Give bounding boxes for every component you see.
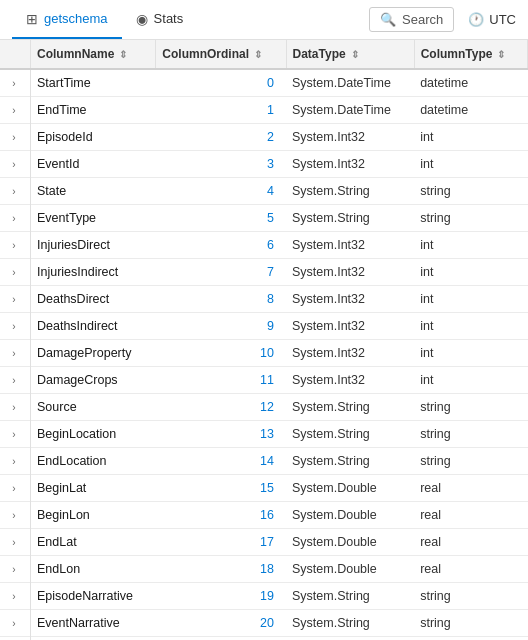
cell-col-type: string (414, 421, 527, 448)
expand-row-button[interactable]: › (6, 426, 22, 442)
cell-col-name: BeginLat (31, 475, 156, 502)
table-row: ›StartTime0System.DateTimedatetime (0, 69, 528, 97)
table-row: ›EventId3System.Int32int (0, 151, 528, 178)
schema-table: ColumnName ⇕ ColumnOrdinal ⇕ DataType ⇕ (0, 40, 528, 640)
cell-col-datatype: System.Int32 (286, 151, 414, 178)
cell-col-datatype: System.Double (286, 556, 414, 583)
cell-col-ordinal: 14 (156, 448, 286, 475)
cell-col-datatype: System.String (286, 421, 414, 448)
expand-row-button[interactable]: › (6, 102, 22, 118)
table-row: ›DamageProperty10System.Int32int (0, 340, 528, 367)
cell-col-type: dynamic (414, 637, 527, 641)
expand-row-button[interactable]: › (6, 399, 22, 415)
cell-col-type: real (414, 475, 527, 502)
table-row: ›BeginLon16System.Doublereal (0, 502, 528, 529)
cell-col-ordinal: 5 (156, 205, 286, 232)
expand-row-button[interactable]: › (6, 561, 22, 577)
table-row: ›EpisodeId2System.Int32int (0, 124, 528, 151)
cell-col-ordinal: 12 (156, 394, 286, 421)
cell-col-datatype: System.Int32 (286, 340, 414, 367)
cell-col-type: real (414, 502, 527, 529)
cell-col-datatype: System.String (286, 394, 414, 421)
cell-col-name: BeginLocation (31, 421, 156, 448)
expand-row-button[interactable]: › (6, 237, 22, 253)
expand-row-button[interactable]: › (6, 156, 22, 172)
cell-col-ordinal: 15 (156, 475, 286, 502)
tab-getschema-label: getschema (44, 11, 108, 26)
cell-col-ordinal: 2 (156, 124, 286, 151)
col-header-ordinal[interactable]: ColumnOrdinal ⇕ (156, 40, 286, 69)
cell-col-name: EventType (31, 205, 156, 232)
table-icon: ⊞ (26, 11, 38, 27)
table-row: ›InjuriesDirect6System.Int32int (0, 232, 528, 259)
sort-icon-name: ⇕ (119, 49, 127, 60)
table-row: ›DeathsIndirect9System.Int32int (0, 313, 528, 340)
table-row: ›EndTime1System.DateTimedatetime (0, 97, 528, 124)
sort-icon-ordinal: ⇕ (254, 49, 262, 60)
tab-stats[interactable]: ◉ Stats (122, 0, 198, 39)
tab-stats-label: Stats (154, 11, 184, 26)
expand-row-button[interactable]: › (6, 183, 22, 199)
cell-col-name: StormSummary (31, 637, 156, 641)
expand-row-button[interactable]: › (6, 318, 22, 334)
table-row: ›EndLat17System.Doublereal (0, 529, 528, 556)
cell-col-type: string (414, 583, 527, 610)
table-row: ›EpisodeNarrative19System.Stringstring (0, 583, 528, 610)
stats-icon: ◉ (136, 11, 148, 27)
cell-col-ordinal: 7 (156, 259, 286, 286)
expand-row-button[interactable]: › (6, 615, 22, 631)
table-row: ›InjuriesIndirect7System.Int32int (0, 259, 528, 286)
expand-row-button[interactable]: › (6, 480, 22, 496)
expand-row-button[interactable]: › (6, 210, 22, 226)
col-header-coltype[interactable]: ColumnType ⇕ (414, 40, 527, 69)
search-icon: 🔍 (380, 12, 396, 27)
table-row: ›Source12System.Stringstring (0, 394, 528, 421)
cell-col-datatype: System.Int32 (286, 124, 414, 151)
expand-row-button[interactable]: › (6, 75, 22, 91)
col-header-name[interactable]: ColumnName ⇕ (31, 40, 156, 69)
cell-col-datatype: System.DateTime (286, 69, 414, 97)
cell-col-ordinal: 10 (156, 340, 286, 367)
table-row: ›State4System.Stringstring (0, 178, 528, 205)
expand-row-button[interactable]: › (6, 507, 22, 523)
expand-row-button[interactable]: › (6, 453, 22, 469)
cell-col-name: EventNarrative (31, 610, 156, 637)
cell-col-datatype: System.String (286, 610, 414, 637)
expand-row-button[interactable]: › (6, 588, 22, 604)
expand-row-button[interactable]: › (6, 264, 22, 280)
cell-col-ordinal: 13 (156, 421, 286, 448)
cell-col-ordinal: 6 (156, 232, 286, 259)
sort-icon-datatype: ⇕ (351, 49, 359, 60)
cell-col-name: EventId (31, 151, 156, 178)
sort-icon-coltype: ⇕ (497, 49, 505, 60)
cell-col-type: int (414, 151, 527, 178)
cell-col-type: int (414, 124, 527, 151)
expand-row-button[interactable]: › (6, 291, 22, 307)
expand-row-button[interactable]: › (6, 129, 22, 145)
cell-col-type: string (414, 610, 527, 637)
cell-col-datatype: System.Int32 (286, 259, 414, 286)
table-row: ›EventNarrative20System.Stringstring (0, 610, 528, 637)
cell-col-name: DamageCrops (31, 367, 156, 394)
expand-row-button[interactable]: › (6, 345, 22, 361)
cell-col-ordinal: 20 (156, 610, 286, 637)
top-nav: ⊞ getschema ◉ Stats 🔍 Search 🕐 UTC (0, 0, 528, 40)
tab-getschema[interactable]: ⊞ getschema (12, 0, 122, 39)
cell-col-type: string (414, 394, 527, 421)
cell-col-type: datetime (414, 97, 527, 124)
cell-col-name: State (31, 178, 156, 205)
cell-col-datatype: System.Int32 (286, 313, 414, 340)
cell-col-type: int (414, 232, 527, 259)
expand-row-button[interactable]: › (6, 534, 22, 550)
table-row: ›EventType5System.Stringstring (0, 205, 528, 232)
cell-col-datatype: System.Double (286, 475, 414, 502)
cell-col-name: BeginLon (31, 502, 156, 529)
cell-col-name: EpisodeId (31, 124, 156, 151)
col-header-datatype[interactable]: DataType ⇕ (286, 40, 414, 69)
table-row: ›EndLon18System.Doublereal (0, 556, 528, 583)
cell-col-name: InjuriesIndirect (31, 259, 156, 286)
search-button[interactable]: 🔍 Search (369, 7, 454, 32)
cell-col-type: string (414, 205, 527, 232)
cell-col-datatype: System.Int32 (286, 232, 414, 259)
expand-row-button[interactable]: › (6, 372, 22, 388)
